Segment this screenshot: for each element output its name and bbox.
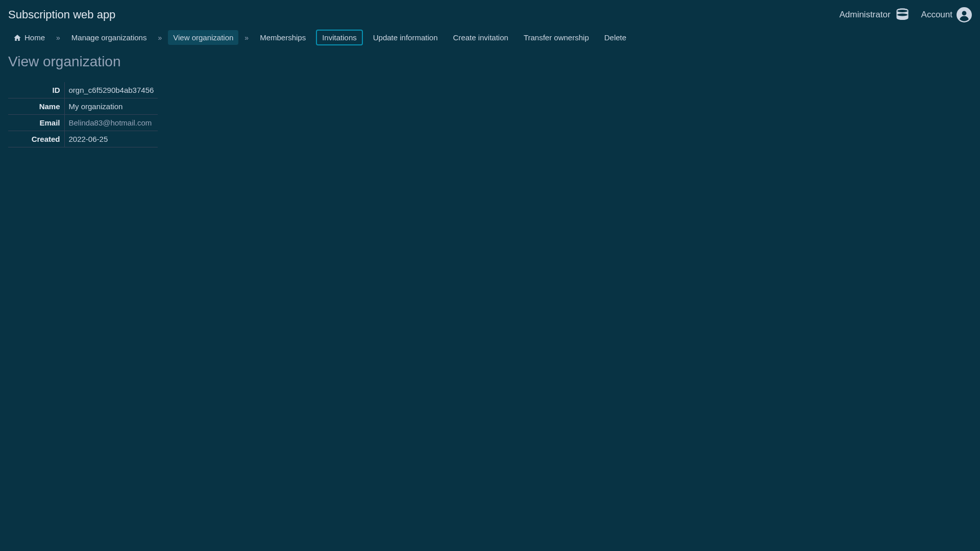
nav-home[interactable]: Home (8, 30, 50, 45)
nav-manage-organizations-label: Manage organizations (71, 33, 147, 42)
nav-memberships-label: Memberships (260, 33, 306, 42)
administrator-link[interactable]: Administrator (839, 7, 910, 22)
detail-value-id: orgn_c6f5290b4ab37456 (64, 82, 158, 98)
nav-delete-label: Delete (604, 33, 626, 42)
svg-point-5 (897, 14, 908, 16)
svg-point-4 (897, 10, 908, 12)
detail-row-created: Created 2022-06-25 (8, 131, 158, 147)
breadcrumb-separator: » (55, 34, 61, 42)
nav-manage-organizations[interactable]: Manage organizations (66, 30, 152, 45)
detail-label-name: Name (8, 98, 64, 115)
detail-value-created: 2022-06-25 (64, 131, 158, 147)
header: Subscription web app Administrator Accou… (0, 0, 980, 28)
nav-transfer-ownership[interactable]: Transfer ownership (519, 30, 594, 45)
detail-label-id: ID (8, 82, 64, 98)
administrator-label: Administrator (839, 10, 890, 20)
detail-row-id: ID orgn_c6f5290b4ab37456 (8, 82, 158, 98)
home-icon (13, 34, 21, 42)
nav-create-invitation[interactable]: Create invitation (448, 30, 513, 45)
nav-home-label: Home (24, 33, 45, 42)
nav-view-organization-label: View organization (173, 33, 233, 42)
nav-memberships[interactable]: Memberships (255, 30, 311, 45)
nav-delete[interactable]: Delete (599, 30, 631, 45)
nav-transfer-ownership-label: Transfer ownership (524, 33, 589, 42)
nav-invitations-label: Invitations (322, 33, 357, 42)
breadcrumb-separator: » (243, 34, 250, 42)
svg-point-10 (962, 11, 967, 16)
nav-invitations[interactable]: Invitations (316, 30, 363, 45)
detail-row-name: Name My organization (8, 98, 158, 115)
detail-row-email: Email Belinda83@hotmail.com (8, 115, 158, 131)
nav-update-information[interactable]: Update information (368, 30, 443, 45)
user-circle-icon (957, 7, 972, 22)
detail-label-email: Email (8, 115, 64, 131)
database-icon (895, 7, 910, 22)
page-title: View organization (8, 54, 972, 70)
nav-view-organization[interactable]: View organization (168, 30, 238, 45)
detail-value-name: My organization (64, 98, 158, 115)
organization-details-table: ID orgn_c6f5290b4ab37456 Name My organiz… (8, 82, 158, 147)
main-content: View organization ID orgn_c6f5290b4ab374… (0, 51, 980, 151)
detail-label-created: Created (8, 131, 64, 147)
nav-update-information-label: Update information (373, 33, 438, 42)
app-title: Subscription web app (8, 8, 115, 21)
nav-bar: Home » Manage organizations » View organ… (0, 28, 980, 51)
detail-value-email: Belinda83@hotmail.com (64, 115, 158, 131)
header-right: Administrator Account (839, 7, 972, 22)
account-label: Account (921, 10, 952, 20)
nav-create-invitation-label: Create invitation (453, 33, 508, 42)
account-link[interactable]: Account (921, 7, 972, 22)
breadcrumb-separator: » (157, 34, 163, 42)
